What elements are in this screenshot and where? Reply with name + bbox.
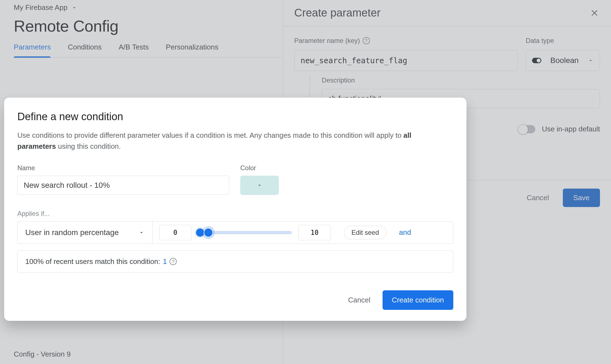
cancel-button[interactable]: Cancel bbox=[347, 293, 372, 307]
edit-seed-button[interactable]: Edit seed bbox=[344, 226, 386, 239]
applies-if-label: Applies if... bbox=[17, 210, 453, 217]
condition-color-label: Color bbox=[240, 164, 279, 172]
condition-name-label: Name bbox=[17, 164, 229, 172]
match-count: 1 bbox=[163, 257, 167, 266]
percentile-low-input[interactable] bbox=[159, 225, 192, 240]
match-summary: 100% of recent users match this conditio… bbox=[17, 250, 453, 273]
percentile-slider[interactable] bbox=[198, 225, 292, 240]
dialog-title: Define a new condition bbox=[17, 111, 453, 123]
condition-color-select[interactable] bbox=[240, 176, 279, 195]
chevron-down-icon bbox=[138, 230, 144, 236]
chevron-down-icon bbox=[257, 182, 263, 188]
create-condition-button[interactable]: Create condition bbox=[383, 290, 453, 310]
rule-row: User in random percentage Edit seed and bbox=[17, 221, 453, 244]
slider-thumb-low[interactable] bbox=[195, 228, 205, 237]
add-and-rule[interactable]: and bbox=[399, 228, 411, 237]
dialog-subtitle: Use conditions to provide different para… bbox=[17, 130, 436, 152]
dialog-actions: Cancel Create condition bbox=[17, 290, 453, 310]
condition-name-input[interactable] bbox=[17, 176, 229, 195]
percentile-high-input[interactable] bbox=[298, 225, 331, 240]
help-icon[interactable]: ? bbox=[170, 258, 177, 265]
rule-type-select[interactable]: User in random percentage bbox=[18, 222, 152, 244]
define-condition-dialog: Define a new condition Use conditions to… bbox=[4, 98, 467, 321]
slider-thumb-high[interactable] bbox=[204, 228, 213, 237]
